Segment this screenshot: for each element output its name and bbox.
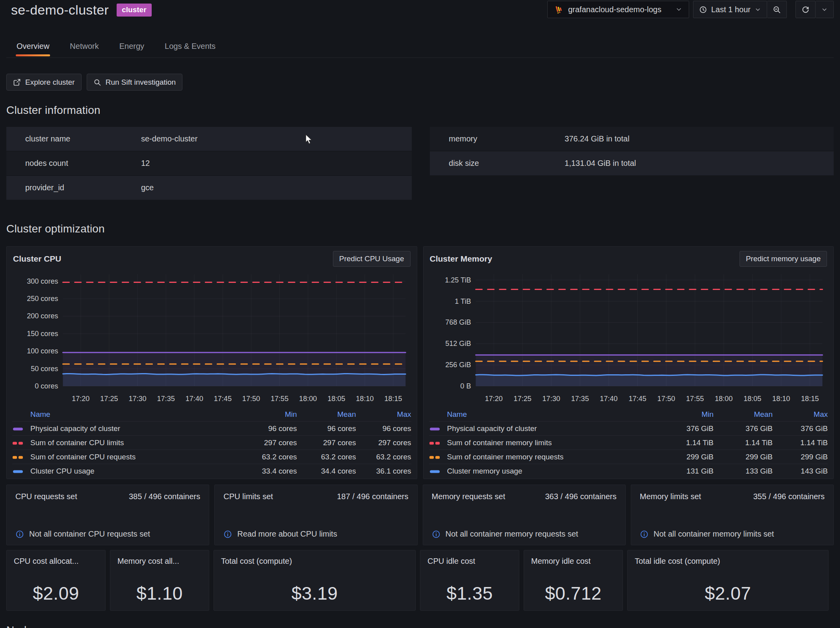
info-value: 12 — [141, 159, 150, 168]
stat-card-title: Memory requests set — [432, 492, 505, 501]
legend-row-sum-of-container-cpu-requests[interactable]: Sum of container CPU requests63.2 cores6… — [12, 450, 411, 464]
zoom-out-time-button[interactable] — [767, 1, 787, 18]
stat-card-value: 385 / 496 containers — [129, 492, 200, 501]
svg-text:18:10: 18:10 — [356, 395, 374, 403]
predict-memory-usage-button[interactable]: Predict memory usage — [740, 251, 827, 267]
legend-min-value: 131 GiB — [654, 467, 714, 476]
button-label: Run Sift investigation — [106, 78, 176, 87]
info-row-nodes-count: nodes count12 — [6, 151, 412, 175]
cluster-cpu-chart[interactable]: 0 cores50 cores100 cores150 cores200 cor… — [12, 268, 411, 407]
stat-card-note[interactable]: Read more about CPU limits — [223, 530, 408, 539]
legend-row-physical-capacity-of-cluster[interactable]: Physical capacity of cluster376 GiB376 G… — [429, 421, 828, 435]
svg-text:250 cores: 250 cores — [27, 295, 58, 303]
legend-series-name: Sum of container CPU limits — [30, 438, 238, 447]
info-icon — [640, 530, 649, 539]
legend-dashed-pill — [429, 438, 447, 447]
cost-card-value: $1.10 — [136, 583, 183, 604]
svg-text:17:25: 17:25 — [100, 395, 118, 403]
legend-row-physical-capacity-of-cluster[interactable]: Physical capacity of cluster96 cores96 c… — [12, 421, 411, 435]
legend-mean-value: 299 GiB — [714, 453, 773, 461]
predict-cpu-usage-button[interactable]: Predict CPU Usage — [333, 251, 411, 267]
refresh-button[interactable] — [795, 1, 816, 18]
cluster-memory-chart[interactable]: 0 B256 GiB512 GiB768 GiB1 TiB1.25 TiB17:… — [429, 268, 828, 407]
datasource-picker[interactable]: grafanacloud-sedemo-logs — [547, 1, 689, 18]
legend-row-sum-of-container-memory-limits[interactable]: Sum of container memory limits1.14 TiB1.… — [429, 435, 828, 450]
tab-logs-events[interactable]: Logs & Events — [164, 38, 216, 58]
chevron-down-icon — [821, 6, 828, 13]
svg-text:17:40: 17:40 — [186, 395, 203, 403]
section-heading-cluster-optimization: Cluster optimization — [6, 223, 834, 235]
legend-row-sum-of-container-memory-requests[interactable]: Sum of container memory requests299 GiB2… — [429, 450, 828, 464]
legend-header-max[interactable]: Max — [356, 410, 411, 419]
panel-title: Cluster CPU — [13, 254, 61, 264]
info-key: disk size — [430, 159, 565, 168]
cost-card-total-idle-cost-compute: Total idle cost (compute)$2.07 — [627, 550, 829, 611]
info-icon — [223, 530, 232, 539]
legend-header-name[interactable]: Name — [447, 410, 655, 419]
svg-text:17:50: 17:50 — [657, 395, 675, 403]
dashboard-toolbar: grafanacloud-sedemo-logs Last 1 hour — [547, 1, 834, 18]
section-heading-nodes-partial: Nodes — [6, 624, 834, 628]
legend-max-value: 376 GiB — [773, 424, 828, 433]
tab-network[interactable]: Network — [69, 38, 99, 58]
info-value: gce — [141, 183, 154, 192]
time-range-picker[interactable]: Last 1 hour — [693, 1, 767, 18]
legend-solid-pill — [429, 424, 447, 433]
info-key: provider_id — [6, 183, 141, 192]
info-key: cluster name — [6, 134, 141, 143]
legend-header-min[interactable]: Min — [654, 410, 714, 419]
svg-text:17:30: 17:30 — [542, 395, 560, 403]
stat-card-note[interactable]: Not all container memory limits set — [640, 530, 825, 539]
stat-card-title: CPU requests set — [15, 492, 77, 501]
tab-label: Logs & Events — [165, 42, 216, 50]
clock-icon — [699, 6, 707, 14]
cost-card-value: $3.19 — [292, 583, 338, 604]
legend-max-value: 36.1 cores — [356, 467, 411, 476]
run-sift-investigation-button[interactable]: Run Sift investigation — [87, 74, 183, 91]
legend-header-mean[interactable]: Mean — [297, 410, 356, 419]
legend-series-name: Cluster memory usage — [447, 467, 655, 476]
svg-text:100 cores: 100 cores — [27, 347, 58, 355]
legend-mean-value: 133 GiB — [714, 467, 773, 476]
legend-min-value: 33.4 cores — [238, 467, 297, 476]
section-heading-cluster-information: Cluster information — [6, 104, 834, 117]
action-buttons: Explore clusterRun Sift investigation — [6, 74, 834, 91]
tab-overview[interactable]: Overview — [16, 38, 50, 58]
legend-header-mean[interactable]: Mean — [714, 410, 773, 419]
legend-header-max[interactable]: Max — [773, 410, 828, 419]
stat-card-note-text: Not all container memory requests set — [446, 530, 578, 539]
legend-max-value: 299 GiB — [773, 453, 828, 461]
cluster-info-table-left: cluster namese-demo-clusternodes count12… — [6, 127, 412, 200]
stat-card-note[interactable]: Not all container CPU requests set — [15, 530, 200, 539]
legend-min-value: 297 cores — [238, 438, 297, 447]
legend-header-name[interactable]: Name — [30, 410, 238, 419]
legend-max-value: 96 cores — [356, 424, 411, 433]
cost-card-title: Memory idle cost — [531, 557, 615, 566]
svg-text:17:20: 17:20 — [485, 395, 502, 403]
stat-card-note[interactable]: Not all container memory requests set — [432, 530, 617, 539]
tab-energy[interactable]: Energy — [119, 38, 145, 58]
explore-cluster-button[interactable]: Explore cluster — [6, 74, 82, 91]
legend-max-value: 297 cores — [356, 438, 411, 447]
svg-text:17:45: 17:45 — [628, 395, 646, 403]
tab-label: Network — [70, 42, 98, 50]
cost-card-value: $0.712 — [545, 583, 602, 604]
stat-card-memory-requests-set: Memory requests set363 / 496 containersN… — [423, 485, 626, 545]
svg-text:17:50: 17:50 — [242, 395, 260, 403]
stat-card-header: CPU requests set385 / 496 containers — [15, 492, 200, 501]
legend-series-name: Cluster CPU usage — [30, 467, 238, 476]
legend-mean-value: 63.2 cores — [297, 453, 356, 461]
refresh-interval-dropdown[interactable] — [816, 1, 834, 18]
legend-header-min[interactable]: Min — [238, 410, 297, 419]
legend-mean-value: 34.4 cores — [297, 467, 356, 476]
legend-max-value: 143 GiB — [773, 467, 828, 476]
svg-text:200 cores: 200 cores — [27, 312, 58, 320]
info-row-disk-size: disk size1,131.04 GiB in total — [430, 151, 834, 175]
info-value: se-demo-cluster — [141, 134, 197, 143]
cost-card-memory-idle-cost: Memory idle cost$0.712 — [524, 550, 623, 611]
legend-row-sum-of-container-cpu-limits[interactable]: Sum of container CPU limits297 cores297 … — [12, 435, 411, 450]
legend-mean-value: 1.14 TiB — [714, 438, 773, 447]
legend-min-value: 1.14 TiB — [654, 438, 714, 447]
legend-row-cluster-memory-usage[interactable]: Cluster memory usage131 GiB133 GiB143 Gi… — [429, 464, 828, 478]
legend-row-cluster-cpu-usage[interactable]: Cluster CPU usage33.4 cores34.4 cores36.… — [12, 464, 411, 478]
